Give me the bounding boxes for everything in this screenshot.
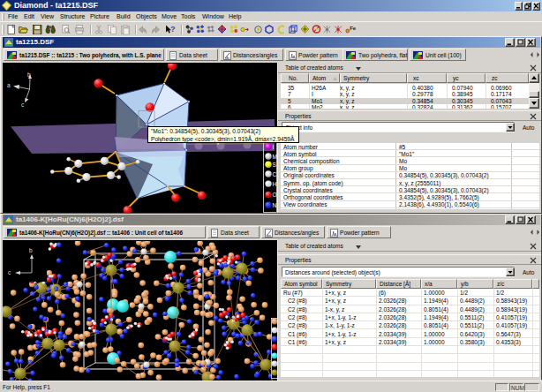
svg-text:c: c bbox=[21, 102, 25, 108]
svg-text:N: N bbox=[273, 202, 277, 208]
svg-text:S: S bbox=[273, 162, 277, 168]
svg-text:H: H bbox=[273, 181, 277, 187]
svg-text:b: b bbox=[27, 72, 31, 78]
svg-text:a: a bbox=[7, 82, 11, 88]
svg-text:Fe: Fe bbox=[350, 26, 357, 31]
svg-text:C: C bbox=[273, 171, 277, 177]
svg-text:O: O bbox=[273, 192, 277, 198]
svg-text:b: b bbox=[29, 247, 33, 253]
svg-text:?: ? bbox=[170, 25, 176, 34]
svg-text:I: I bbox=[273, 144, 275, 150]
